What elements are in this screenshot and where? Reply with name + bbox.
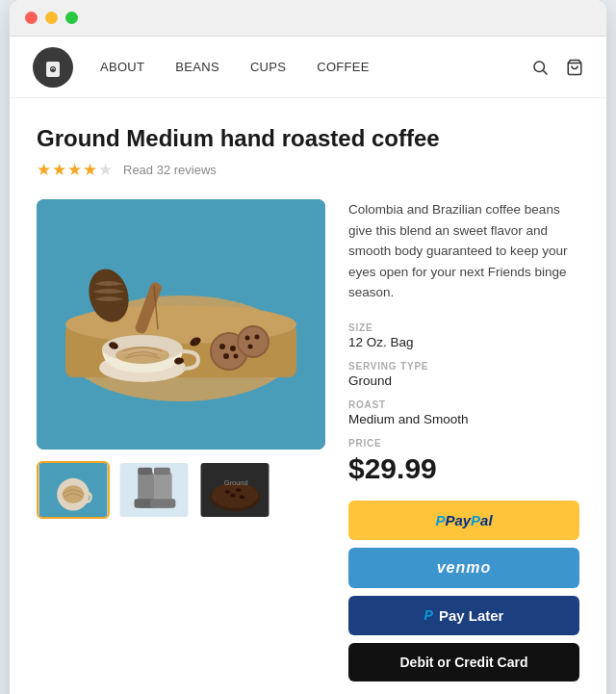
nav-beans[interactable]: BEANS [175,60,219,74]
svg-point-20 [230,346,236,351]
venmo-button[interactable]: venmo [348,548,579,588]
nav-links: ABOUT BEANS CUPS COFFEE [100,60,531,74]
titlebar [10,0,606,37]
svg-rect-38 [150,499,175,507]
star-rating: ★★★★★ [37,160,114,180]
svg-point-26 [255,335,260,340]
search-icon [531,59,549,76]
venmo-label: venmo [437,559,492,577]
paylater-label: Pay Later [439,607,504,624]
nav-about[interactable]: ABOUT [100,60,144,74]
app-window: ABOUT BEANS CUPS COFFEE Ground Med [10,0,606,694]
svg-point-45 [225,490,231,494]
thumbnail-3[interactable]: Ground [198,461,271,519]
close-dot[interactable] [25,12,38,24]
minimize-dot[interactable] [45,12,58,24]
svg-point-1 [50,66,56,72]
roast-value: Medium and Smooth [348,412,579,426]
thumb3-image: Ground [200,463,270,517]
svg-point-22 [234,354,239,359]
rating-row: ★★★★★ Read 32 reviews [37,160,579,180]
product-title: Ground Medium hand roasted coffee [37,125,579,152]
svg-line-3 [543,70,547,74]
maximize-dot[interactable] [65,12,78,24]
product-price: $29.99 [348,452,579,485]
product-layout: Ground Colombia and Brazilian coffee bea… [37,199,579,689]
logo[interactable] [33,47,73,88]
search-button[interactable] [531,59,549,76]
thumbnail-2[interactable] [117,461,191,519]
main-content: Ground Medium hand roasted coffee ★★★★★ … [10,98,606,694]
product-description: Colombia and Brazilian coffee beans give… [348,199,579,303]
paylater-button[interactable]: P Pay Later [348,596,579,635]
size-label: SIZE [348,322,579,333]
price-label: PRICE [348,438,579,449]
spec-roast: ROAST Medium and Smooth [348,399,579,426]
svg-rect-40 [154,468,170,475]
spec-serving: SERVING TYPE Ground [348,361,579,388]
spec-size: SIZE 12 Oz. Bag [348,322,579,349]
product-illustration [37,199,325,450]
star-empty: ★ [98,161,114,179]
card-label: Debit or Credit Card [399,655,527,670]
serving-label: SERVING TYPE [348,361,579,372]
cart-button[interactable] [566,59,583,76]
serving-value: Ground [348,373,579,388]
svg-point-25 [245,336,250,341]
thumb1-image [38,463,108,517]
nav-cups[interactable]: CUPS [250,60,286,74]
roast-label: ROAST [348,399,579,410]
review-link[interactable]: Read 32 reviews [123,163,217,177]
product-details: Colombia and Brazilian coffee beans give… [348,199,579,689]
svg-point-48 [240,496,245,500]
navbar: ABOUT BEANS CUPS COFFEE [10,37,606,98]
svg-rect-39 [138,468,152,475]
paypal-button[interactable]: PPayPal [348,501,579,540]
nav-coffee[interactable]: COFFEE [317,60,370,74]
svg-point-33 [63,485,84,503]
product-images: Ground [37,199,325,689]
svg-point-19 [219,344,225,349]
main-product-image [37,199,325,450]
thumbnail-1[interactable] [37,461,110,519]
svg-point-47 [230,494,236,498]
svg-text:Ground: Ground [224,478,248,487]
thumbnails: Ground [37,461,325,519]
svg-point-27 [248,345,253,349]
cart-icon [566,59,583,76]
paypal-p-icon: PPayPal [435,512,492,528]
nav-actions [531,59,583,76]
svg-point-2 [534,62,545,72]
thumb2-image [119,463,189,517]
svg-point-46 [236,488,242,492]
svg-point-21 [223,353,229,359]
card-button[interactable]: Debit or Credit Card [348,643,579,681]
size-value: 12 Oz. Bag [348,335,579,349]
svg-point-24 [239,327,268,356]
paylater-p-icon: P [424,607,433,623]
